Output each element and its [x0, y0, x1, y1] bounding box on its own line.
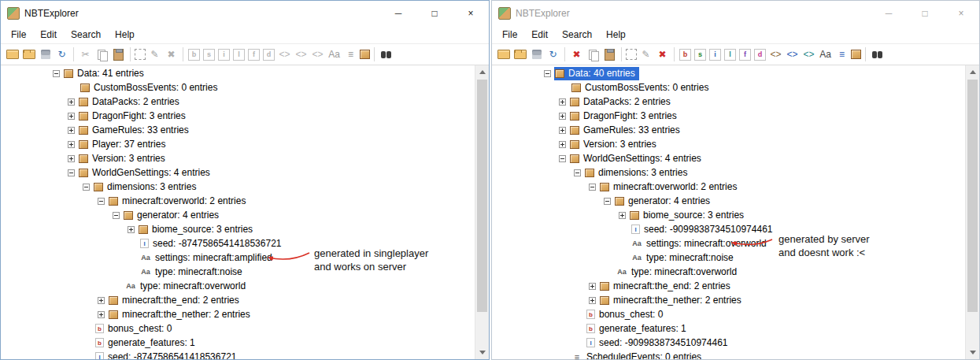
search-button[interactable] — [870, 47, 885, 62]
copy-button[interactable] — [94, 47, 109, 62]
open-file-button[interactable] — [5, 47, 20, 62]
tag-compound-button[interactable] — [851, 50, 861, 59]
expand-toggle-icon[interactable] — [128, 226, 135, 233]
tag-bytearray-button[interactable]: <> — [277, 47, 292, 62]
expand-toggle-icon[interactable] — [68, 155, 75, 162]
tree-node[interactable]: lseed: -9099838734510974461 — [631, 223, 777, 236]
tree-node[interactable]: Player: 37 entries — [78, 138, 169, 151]
delete-tag-button[interactable]: ✖ — [655, 47, 670, 62]
tree-node[interactable]: Aasettings: minecraft:amplified — [139, 251, 276, 265]
tag-int-button[interactable]: i — [218, 49, 230, 61]
menu-help[interactable]: Help — [108, 27, 142, 43]
tag-short-button[interactable]: s — [203, 49, 215, 61]
scroll-down-icon[interactable] — [475, 346, 489, 359]
tree-node[interactable]: minecraft:overworld: 2 entries — [599, 180, 741, 194]
tag-short-button[interactable]: s — [694, 49, 706, 61]
tree-row[interactable]: generator: 4 entries — [1, 208, 475, 222]
scroll-up-icon[interactable] — [475, 65, 489, 79]
tree-node[interactable]: biome_source: 3 entries — [138, 223, 257, 236]
vertical-scrollbar[interactable] — [475, 65, 489, 359]
expand-toggle-icon[interactable] — [559, 127, 566, 134]
tag-intarray-button[interactable]: <> — [785, 47, 800, 62]
tag-float-button[interactable]: f — [739, 49, 751, 61]
menu-search[interactable]: Search — [555, 27, 599, 43]
tree-row[interactable]: CustomBossEvents: 0 entries — [1, 80, 475, 95]
select-chunk-button[interactable] — [135, 49, 146, 60]
select-chunk-button[interactable] — [626, 49, 637, 60]
tree-node[interactable]: minecraft:the_end: 2 entries — [108, 294, 243, 307]
tree-row[interactable]: minecraft:the_nether: 2 entries — [492, 293, 965, 307]
tree-node[interactable]: bgenerate_features: 1 — [94, 336, 199, 350]
expand-toggle-icon[interactable] — [559, 141, 566, 148]
scrollbar-thumb[interactable] — [967, 80, 978, 312]
refresh-button[interactable]: ↻ — [54, 47, 69, 62]
vertical-scrollbar[interactable] — [965, 65, 979, 359]
paste-button[interactable] — [602, 47, 617, 62]
tree-row[interactable]: minecraft:overworld: 2 entries — [492, 180, 965, 194]
nbt-tree[interactable]: Data: 40 entriesCustomBossEvents: 0 entr… — [492, 65, 965, 359]
tree-row[interactable]: Data: 41 entries — [1, 66, 475, 80]
tree-node[interactable]: minecraft:overworld: 2 entries — [108, 195, 250, 208]
tree-node[interactable]: GameRules: 33 entries — [78, 124, 193, 137]
collapse-toggle-icon[interactable] — [98, 198, 105, 205]
tag-byte-button[interactable]: b — [188, 49, 200, 61]
tag-double-button[interactable]: d — [754, 49, 766, 61]
tree-node[interactable]: DragonFight: 3 entries — [78, 109, 190, 123]
minimize-button[interactable]: ─ — [380, 1, 416, 25]
tag-intarray-button[interactable]: <> — [294, 47, 309, 62]
expand-toggle-icon[interactable] — [68, 127, 75, 134]
tree-row[interactable]: Version: 3 entries — [1, 151, 475, 165]
expand-toggle-icon[interactable] — [68, 98, 75, 106]
tag-list-button[interactable]: ≡ — [343, 47, 358, 62]
tree-node[interactable]: Aatype: minecraft:noise — [139, 265, 246, 279]
menu-help[interactable]: Help — [599, 27, 633, 43]
tag-float-button[interactable]: f — [248, 49, 260, 61]
tag-byte-button[interactable]: b — [679, 49, 691, 61]
delete-tag-button[interactable]: ✖ — [164, 47, 179, 62]
menu-search[interactable]: Search — [64, 27, 108, 43]
titlebar[interactable]: NBTExplorer ─ □ × — [492, 1, 979, 25]
tree-row[interactable]: DataPacks: 2 entries — [492, 95, 965, 109]
tree-row[interactable]: Aatype: minecraft:noise — [492, 251, 965, 265]
collapse-toggle-icon[interactable] — [83, 184, 90, 191]
tag-string-button[interactable]: Aa — [818, 47, 833, 62]
tree-row[interactable]: lseed: -9099838734510974461 — [492, 336, 965, 350]
tree-row[interactable]: minecraft:the_end: 2 entries — [1, 293, 475, 307]
expand-toggle-icon[interactable] — [559, 113, 566, 120]
tree-row[interactable]: biome_source: 3 entries — [1, 222, 475, 236]
tree-row[interactable]: WorldGenSettings: 4 entries — [1, 165, 475, 180]
tree-node[interactable]: biome_source: 3 entries — [629, 209, 748, 222]
tree-row[interactable]: Player: 37 entries — [1, 137, 475, 151]
tree-node[interactable]: minecraft:the_nether: 2 entries — [108, 308, 254, 321]
cut-button[interactable]: ✂ — [78, 47, 93, 62]
save-button[interactable] — [529, 47, 544, 62]
tree-node[interactable]: lseed: -8747586541418536721 — [139, 237, 286, 251]
close-button[interactable]: × — [453, 1, 489, 25]
tree-row[interactable]: DragonFight: 3 entries — [1, 109, 475, 123]
scrollbar-thumb[interactable] — [477, 80, 487, 312]
expand-toggle-icon[interactable] — [98, 311, 105, 318]
tag-longarray-button[interactable]: <> — [801, 47, 816, 62]
tree-node[interactable]: bgenerate_features: 1 — [586, 322, 690, 336]
tree-row[interactable]: ≡ScheduledEvents: 0 entries — [492, 350, 965, 359]
tree-node[interactable]: Version: 3 entries — [569, 138, 660, 151]
save-button[interactable] — [38, 47, 53, 62]
menu-edit[interactable]: Edit — [524, 27, 555, 43]
tree-row[interactable]: lseed: -8747586541418536721 — [1, 350, 475, 359]
delete-file-button[interactable]: ✖ — [569, 47, 584, 62]
collapse-toggle-icon[interactable] — [544, 70, 551, 77]
tree-row[interactable]: bgenerate_features: 1 — [1, 336, 475, 350]
tree-node[interactable]: Aatype: minecraft:overworld — [616, 265, 741, 279]
tree-node[interactable]: lseed: -9099838734510974461 — [586, 336, 732, 350]
tree-node[interactable]: generator: 4 entries — [123, 209, 223, 222]
tag-bytearray-button[interactable]: <> — [768, 47, 783, 62]
tree-row[interactable]: WorldGenSettings: 4 entries — [492, 151, 965, 165]
tree-node[interactable]: DragonFight: 3 entries — [569, 109, 681, 123]
tree-row[interactable]: DataPacks: 2 entries — [1, 95, 475, 109]
tree-row[interactable]: bbonus_chest: 0 — [492, 307, 965, 321]
tree-node[interactable]: lseed: -8747586541418536721 — [94, 351, 241, 360]
tree-node[interactable]: ≡ScheduledEvents: 0 entries — [571, 351, 705, 360]
edit-value-button[interactable]: ✎ — [147, 47, 162, 62]
tree-node[interactable]: CustomBossEvents: 0 entries — [571, 81, 712, 95]
tag-long-button[interactable]: l — [724, 49, 736, 61]
